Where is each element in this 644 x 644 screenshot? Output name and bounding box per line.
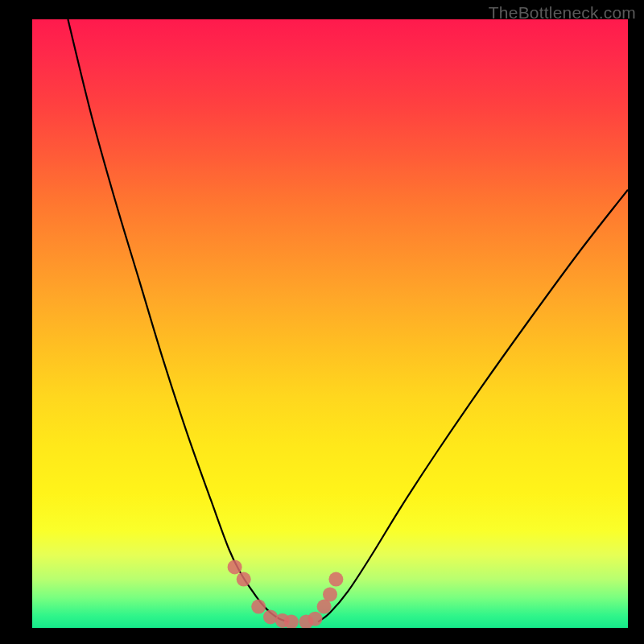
- marker-group: [228, 559, 344, 628]
- watermark-text: TheBottleneck.com: [489, 3, 636, 23]
- data-marker: [228, 559, 242, 574]
- data-marker: [323, 587, 337, 601]
- data-marker: [237, 572, 251, 587]
- plot-area: [32, 19, 628, 628]
- left-curve: [68, 19, 288, 621]
- right-curve: [318, 190, 628, 622]
- chart-frame: TheBottleneck.com: [0, 0, 644, 644]
- curves-svg: [32, 19, 628, 628]
- data-marker: [308, 612, 323, 626]
- data-marker: [328, 572, 343, 587]
- curve-group: [68, 19, 628, 621]
- data-marker: [251, 600, 266, 614]
